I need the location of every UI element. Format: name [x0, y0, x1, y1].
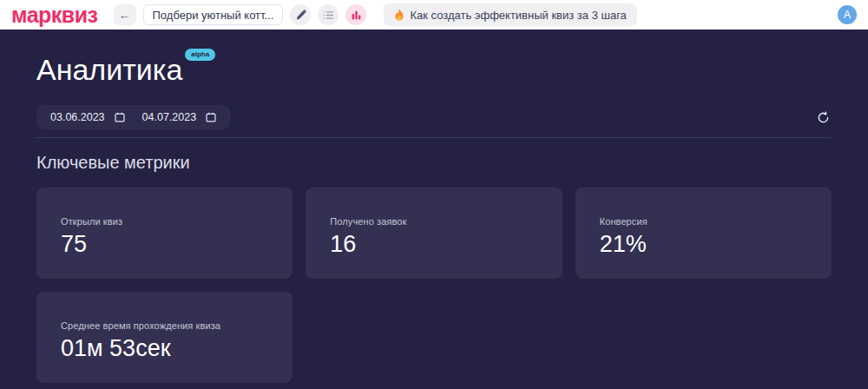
metric-value: 21%	[600, 231, 814, 258]
date-to-field[interactable]: 04.07.2023	[134, 111, 226, 123]
avatar[interactable]: A	[838, 5, 857, 24]
metric-label: Конверсия	[600, 216, 814, 227]
marquiz-logo[interactable]: марквиз	[11, 4, 98, 26]
metric-value: 16	[330, 231, 544, 258]
calendar-icon[interactable]	[115, 112, 125, 122]
metric-label: Получено заявок	[330, 216, 544, 227]
quiz-name-box[interactable]: Подбери уютный котт...	[143, 4, 284, 25]
metric-value: 01м 53сек	[61, 335, 275, 362]
avatar-initial: A	[844, 9, 851, 21]
date-range-picker: 03.06.2023 04.07.2023	[36, 105, 230, 129]
questions-list-button[interactable]	[318, 4, 339, 25]
back-button[interactable]: ←	[114, 4, 136, 25]
promo-label: Как создать эффективный квиз за 3 шага	[410, 9, 626, 22]
analytics-button[interactable]	[345, 4, 366, 25]
date-from-field[interactable]: 03.06.2023	[42, 111, 134, 123]
metric-label: Открыли квиз	[61, 216, 275, 227]
list-icon	[323, 10, 334, 21]
metric-card-avg-time: Среднее время прохождения квиза 01м 53се…	[36, 292, 293, 383]
arrow-left-icon: ←	[119, 8, 131, 22]
metric-card-quiz-opens: Открыли квиз 75	[36, 188, 293, 279]
promo-banner[interactable]: Как создать эффективный квиз за 3 шага	[384, 3, 636, 26]
page-title: Аналитика	[36, 54, 182, 86]
page-title-row: Аналитика alpha	[36, 54, 832, 86]
topbar: марквиз ← Подбери уютный котт...	[0, 0, 868, 30]
alpha-badge: alpha	[185, 49, 215, 61]
refresh-icon[interactable]	[815, 109, 832, 126]
flame-icon	[394, 9, 404, 21]
metric-card-leads: Получено заявок 16	[306, 188, 562, 279]
metric-value: 75	[61, 231, 275, 258]
date-from-value: 03.06.2023	[50, 111, 105, 123]
metrics-grid: Открыли квиз 75 Получено заявок 16 Конве…	[36, 188, 832, 383]
metrics-heading: Ключевые метрики	[36, 153, 832, 173]
date-to-value: 04.07.2023	[142, 111, 197, 123]
bar-chart-icon	[351, 10, 362, 21]
metric-card-conversion: Конверсия 21%	[575, 188, 832, 279]
calendar-icon[interactable]	[206, 112, 216, 122]
pencil-icon	[295, 10, 306, 21]
date-filter-row: 03.06.2023 04.07.2023	[36, 105, 832, 129]
metric-label: Среднее время прохождения квиза	[61, 320, 275, 331]
section-divider	[36, 137, 832, 138]
analytics-page: Аналитика alpha 03.06.2023 04.07.2023	[0, 30, 868, 383]
edit-quiz-button[interactable]	[290, 4, 311, 25]
